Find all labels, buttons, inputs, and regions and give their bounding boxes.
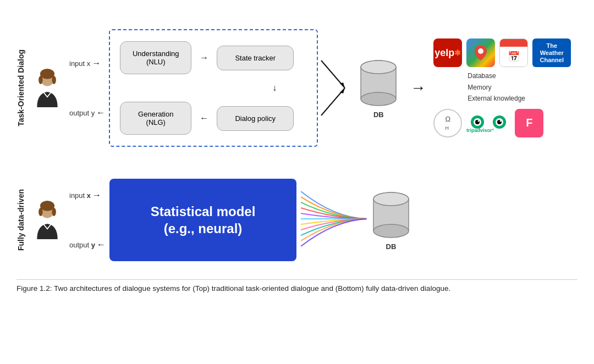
caption-text: Figure 1.2: Two architectures of dialogu… [16,284,450,293]
stat-model-line1: Statistical model [151,203,256,220]
state-to-policy-arrow: ↓ [272,83,277,93]
stat-model-line2: (e.g., neural) [164,220,243,237]
bottom-db-cylinder-svg [371,189,411,241]
top-icons-area: yelp✱ 📅 TheWeatherChannel [433,38,571,137]
neural-wires: .wire { stroke-width: 2; fill: none; opa… [301,186,367,254]
svg-point-11 [361,60,396,74]
converge-arrows-svg [320,44,348,132]
top-db-cylinder-svg [359,57,398,109]
bottom-db-col: DB [371,189,411,251]
db-memory-text: DatabaseMemoryExternal knowledge [468,70,525,104]
top-section: Task-Oriented Dialog input x → [16,11,578,165]
main-container: Task-Oriented Dialog input x → [0,0,594,364]
top-output-arrow-left: ← [96,108,105,118]
caption: Figure 1.2: Two architectures of dialogu… [16,283,578,294]
svg-point-2 [38,76,42,84]
svg-point-12 [478,48,483,54]
top-output-label: output y [69,109,95,117]
top-icons-row1: yelp✱ 📅 TheWeatherChannel [433,38,571,67]
top-db-col: DB [359,57,398,119]
top-avatar-icon [31,69,64,107]
bottom-output-label: output y [69,241,95,249]
bottom-input-arrow: → [92,190,101,200]
top-db-label: DB [373,111,384,119]
top-pipeline-box: Understanding(NLU) → State tracker ↓ Gen… [109,29,318,147]
bottom-input-label: input x [69,191,91,200]
svg-point-20 [500,120,502,122]
maps-icon [466,38,495,67]
bottom-input-row: input x → [69,190,107,200]
svg-point-19 [478,120,480,122]
svg-point-29 [373,192,409,206]
top-icons-row2: ΩΗ tripadvisor° [433,109,543,137]
svg-point-24 [38,208,42,216]
tripadvisor-icon: tripadvisor° [466,112,510,134]
top-input-arrow: → [92,58,101,68]
bottom-io-labels: input x → output y ← [69,170,107,269]
top-avatar-col [31,69,64,107]
top-io-labels: input x → output y ← [69,38,107,137]
svg-text:tripadvisor°: tripadvisor° [466,128,494,133]
bottom-section-label: Fully data-driven [16,189,25,251]
nlu-box: Understanding(NLU) [120,41,191,74]
db-memory-row: DatabaseMemoryExternal knowledge [433,70,525,104]
bottom-db-label: DB [386,242,397,251]
stat-model-box: Statistical model (e.g., neural) [109,179,296,261]
calendar-icon: 📅 [499,38,528,67]
bottom-avatar-icon [31,201,64,239]
svg-point-28 [373,224,409,238]
top-input-row: input x → [69,58,107,68]
nlu-to-state-arrow: → [200,53,208,63]
dialog-policy-box: Dialog policy [217,106,294,131]
state-tracker-box: State tracker [217,46,294,70]
svg-point-10 [361,92,396,106]
db-to-icons-arrow: → [410,79,426,97]
bottom-avatar-col [31,201,64,239]
weather-channel-icon: TheWeatherChannel [532,38,571,67]
yelp-icon: yelp✱ [433,38,462,67]
svg-point-3 [52,76,56,84]
top-pipeline-row2: Generation(NLG) ← Dialog policy [120,102,307,135]
bottom-section: Fully data-driven input x → output y ← [16,165,578,275]
down-arrow-row: ↓ [120,83,307,93]
neural-wires-svg: .wire { stroke-width: 2; fill: none; opa… [301,186,367,252]
top-input-label: input x [69,59,90,68]
svg-point-1 [40,69,54,79]
svg-point-23 [40,201,54,211]
top-pipeline-row1: Understanding(NLU) → State tracker [120,41,307,74]
top-output-row: output y ← [69,108,107,118]
nlg-box: Generation(NLG) [120,102,191,135]
nlg-arrow: ← [200,113,208,123]
top-section-label: Task-Oriented Dialog [16,49,25,126]
svg-point-25 [52,208,56,216]
caption-divider [16,279,578,280]
top-to-db-arrows [320,44,348,132]
bottom-output-row: output y ← [69,240,107,250]
wikipedia-icon: ΩΗ [433,109,462,137]
foursquare-icon: F [515,109,543,137]
bottom-output-arrow: ← [97,240,106,250]
